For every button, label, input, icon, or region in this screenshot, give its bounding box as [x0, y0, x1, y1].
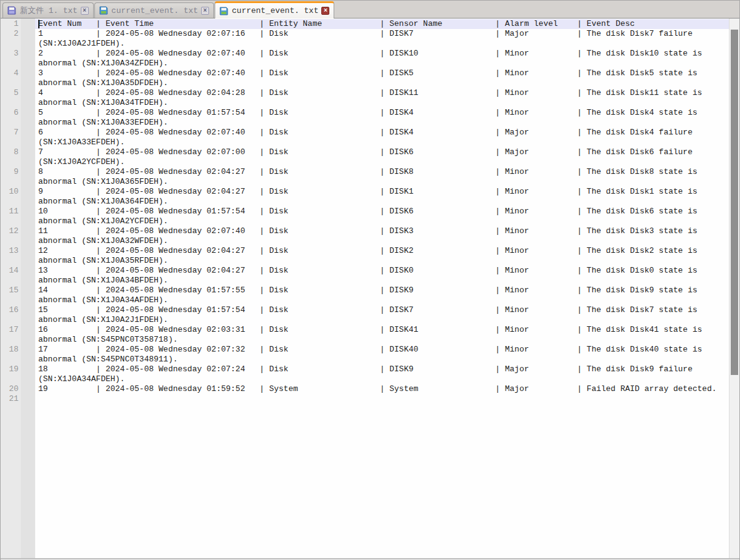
line-text[interactable]: (SN:X1J0A2J1FDEH).: [35, 39, 729, 49]
editor-window: 新文件 1. txt×current_event. txt×current_ev…: [0, 0, 740, 560]
line-text[interactable]: 10 | 2024-05-08 Wednesday 01:57:54 | Dis…: [35, 207, 729, 216]
tab-label: current_event. txt: [112, 6, 198, 15]
line-text[interactable]: 7 | 2024-05-08 Wednesday 02:07:00 | Disk…: [35, 147, 729, 157]
line-number: 10: [1, 187, 21, 197]
line-text[interactable]: abnormal (SN:S45PNC0T358718).: [35, 335, 729, 345]
editor-line: abnormal (SN:X1J0A32WFDEH).: [1, 236, 729, 246]
line-text[interactable]: 15 | 2024-05-08 Wednesday 01:57:54 | Dis…: [35, 305, 729, 315]
bookmark-margin: [21, 364, 35, 374]
line-text[interactable]: 5 | 2024-05-08 Wednesday 01:57:54 | Disk…: [35, 108, 729, 118]
line-text[interactable]: abnormal (SN:X1J0A2YCFDEH).: [35, 216, 729, 226]
bookmark-margin: [21, 315, 35, 325]
line-number: 13: [1, 246, 21, 256]
close-icon[interactable]: ×: [201, 7, 209, 15]
editor-line: (SN:X1J0A2YCFDEH).: [1, 157, 729, 167]
editor-line: 109 | 2024-05-08 Wednesday 02:04:27 | Di…: [1, 187, 729, 197]
line-number: 20: [1, 384, 21, 394]
line-text[interactable]: (SN:X1J0A2YCFDEH).: [35, 157, 729, 167]
editor-line: abnormal (SN:X1J0A364FDEH).: [1, 197, 729, 207]
line-text[interactable]: 9 | 2024-05-08 Wednesday 02:04:27 | Disk…: [35, 187, 729, 197]
line-text[interactable]: abnormal (SN:X1J0A34TFDEH).: [35, 98, 729, 108]
line-number: 2: [1, 29, 21, 39]
line-text[interactable]: 1 | 2024-05-08 Wednesday 02:07:16 | Disk…: [35, 29, 729, 39]
editor-line: abnormal (SN:X1J0A33EFDEH).: [1, 118, 729, 128]
editor-line: 1312 | 2024-05-08 Wednesday 02:04:27 | D…: [1, 246, 729, 256]
editor-line: abnormal (SN:X1J0A2YCFDEH).: [1, 216, 729, 226]
line-number: 11: [1, 207, 21, 216]
bookmark-margin: [21, 49, 35, 59]
editor-line: abnormal (SN:X1J0A34AFDEH).: [1, 295, 729, 305]
line-text[interactable]: abnormal (SN:X1J0A35DFDEH).: [35, 78, 729, 88]
line-text[interactable]: 11 | 2024-05-08 Wednesday 02:07:40 | Dis…: [35, 226, 729, 236]
line-text[interactable]: 13 | 2024-05-08 Wednesday 02:04:27 | Dis…: [35, 266, 729, 276]
line-number: 15: [1, 286, 21, 295]
line-text[interactable]: (SN:X1J0A34AFDEH).: [35, 374, 729, 384]
line-text[interactable]: abnormal (SN:X1J0A34BFDEH).: [35, 276, 729, 286]
bookmark-margin: [21, 128, 35, 138]
line-text[interactable]: 16 | 2024-05-08 Wednesday 02:03:31 | Dis…: [35, 325, 729, 335]
line-text[interactable]: (SN:X1J0A33EFDEH).: [35, 138, 729, 147]
line-number: [1, 78, 21, 88]
line-text[interactable]: Event Num | Event Time | Entity Name | S…: [35, 19, 729, 29]
vertical-scrollbar[interactable]: [729, 19, 739, 558]
bookmark-margin: [21, 384, 35, 394]
line-number: [1, 355, 21, 364]
tab-0[interactable]: 新文件 1. txt×: [2, 2, 94, 18]
bookmark-margin: [21, 236, 35, 246]
bookmark-margin: [21, 68, 35, 78]
line-text[interactable]: abnormal (SN:X1J0A34ZFDEH).: [35, 59, 729, 68]
line-number: 17: [1, 325, 21, 335]
line-text[interactable]: abnormal (SN:X1J0A35RFDEH).: [35, 256, 729, 266]
bookmark-margin: [21, 305, 35, 315]
line-text[interactable]: 17 | 2024-05-08 Wednesday 02:07:32 | Dis…: [35, 345, 729, 355]
floppy-disk-purple-icon: [7, 6, 17, 15]
bookmark-margin: [21, 118, 35, 128]
line-number: [1, 118, 21, 128]
close-icon[interactable]: ×: [81, 7, 89, 15]
close-icon[interactable]: ×: [321, 7, 329, 15]
tab-bar: 新文件 1. txt×current_event. txt×current_ev…: [1, 1, 739, 19]
line-text[interactable]: 12 | 2024-05-08 Wednesday 02:04:27 | Dis…: [35, 246, 729, 256]
editor-line: abnormal (SN:X1J0A34BFDEH).: [1, 276, 729, 286]
line-text[interactable]: 8 | 2024-05-08 Wednesday 02:04:27 | Disk…: [35, 167, 729, 177]
tab-2-active[interactable]: current_event. txt×: [215, 1, 334, 19]
bookmark-margin: [21, 78, 35, 88]
line-text[interactable]: 14 | 2024-05-08 Wednesday 01:57:55 | Dis…: [35, 286, 729, 295]
editor-rows: 1Event Num | Event Time | Entity Name | …: [1, 19, 729, 404]
line-number: [1, 197, 21, 207]
tab-1[interactable]: current_event. txt×: [94, 2, 214, 18]
line-number: [1, 98, 21, 108]
line-text[interactable]: abnormal (SN:X1J0A2J1FDEH).: [35, 315, 729, 325]
editor-line-current: 1Event Num | Event Time | Entity Name | …: [1, 19, 729, 29]
editor-line: (SN:X1J0A34AFDEH).: [1, 374, 729, 384]
line-text[interactable]: abnormal (SN:X1J0A364FDEH).: [35, 197, 729, 207]
bookmark-margin: [21, 335, 35, 345]
bookmark-margin: [21, 108, 35, 118]
line-text[interactable]: 3 | 2024-05-08 Wednesday 02:07:40 | Disk…: [35, 68, 729, 78]
editor-line: 76 | 2024-05-08 Wednesday 02:07:40 | Dis…: [1, 128, 729, 138]
line-text[interactable]: abnormal (SN:X1J0A33EFDEH).: [35, 118, 729, 128]
line-text[interactable]: abnormal (SN:S45PNC0T348911).: [35, 355, 729, 364]
bookmark-margin: [21, 325, 35, 335]
editor-line: 32 | 2024-05-08 Wednesday 02:07:40 | Dis…: [1, 49, 729, 59]
line-number: 3: [1, 49, 21, 59]
bookmark-margin: [21, 157, 35, 167]
editor-line: abnormal (SN:X1J0A35RFDEH).: [1, 256, 729, 266]
bookmark-margin: [21, 286, 35, 295]
line-text[interactable]: 18 | 2024-05-08 Wednesday 02:07:24 | Dis…: [35, 364, 729, 374]
text-editor[interactable]: 1Event Num | Event Time | Entity Name | …: [1, 19, 729, 558]
line-text[interactable]: [35, 394, 729, 404]
line-text[interactable]: abnormal (SN:X1J0A32WFDEH).: [35, 236, 729, 246]
editor-line: abnormal (SN:X1J0A35DFDEH).: [1, 78, 729, 88]
line-text[interactable]: 4 | 2024-05-08 Wednesday 02:04:28 | Disk…: [35, 88, 729, 98]
scrollbar-thumb[interactable]: [731, 30, 738, 375]
line-text[interactable]: 6 | 2024-05-08 Wednesday 02:07:40 | Disk…: [35, 128, 729, 138]
editor-line: (SN:X1J0A33EFDEH).: [1, 138, 729, 147]
line-text[interactable]: abnormal (SN:X1J0A365FDEH).: [35, 177, 729, 187]
line-number: 8: [1, 147, 21, 157]
bookmark-margin: [21, 19, 35, 29]
line-text[interactable]: 19 | 2024-05-08 Wednesday 01:59:52 | Sys…: [35, 384, 729, 394]
line-text[interactable]: 2 | 2024-05-08 Wednesday 02:07:40 | Disk…: [35, 49, 729, 59]
line-text[interactable]: abnormal (SN:X1J0A34AFDEH).: [35, 295, 729, 305]
bookmark-margin: [21, 345, 35, 355]
